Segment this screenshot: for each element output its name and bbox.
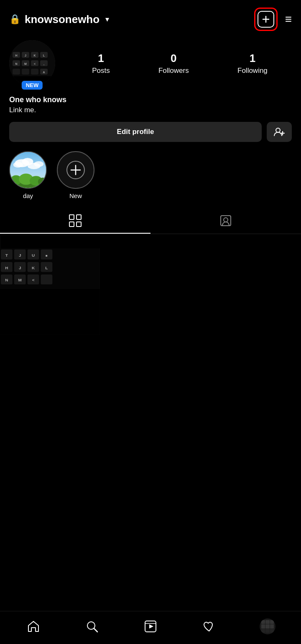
highlights-section: day New bbox=[0, 142, 301, 204]
svg-text:J: J bbox=[19, 265, 21, 270]
bio-text: Link me. bbox=[9, 106, 292, 114]
posts-stat[interactable]: 1 Posts bbox=[92, 52, 110, 75]
lock-icon: 🔒 bbox=[9, 14, 20, 25]
plus-circle-icon bbox=[66, 160, 85, 180]
followers-label: Followers bbox=[158, 67, 189, 75]
new-badge: NEW bbox=[22, 81, 43, 90]
add-person-icon bbox=[274, 127, 285, 137]
chevron-down-icon: ▾ bbox=[105, 15, 109, 24]
highlight-label-new: New bbox=[69, 192, 82, 199]
svg-text:■: ■ bbox=[46, 254, 48, 258]
svg-point-34 bbox=[34, 161, 43, 167]
nav-home[interactable] bbox=[21, 617, 46, 636]
svg-rect-74 bbox=[0, 289, 100, 335]
highlight-label-day: day bbox=[23, 192, 33, 199]
svg-text:M: M bbox=[24, 62, 27, 65]
hamburger-menu-icon[interactable]: ≡ bbox=[285, 13, 292, 25]
svg-rect-20 bbox=[22, 69, 29, 75]
followers-stat[interactable]: 0 Followers bbox=[158, 52, 189, 75]
heart-icon bbox=[202, 620, 216, 633]
nav-profile[interactable] bbox=[255, 617, 280, 636]
tab-tagged[interactable] bbox=[150, 208, 301, 234]
svg-text:<: < bbox=[34, 62, 36, 65]
svg-text:J: J bbox=[25, 54, 26, 57]
nav-activity[interactable] bbox=[196, 617, 222, 636]
svg-rect-45 bbox=[69, 222, 74, 227]
svg-rect-73 bbox=[41, 274, 52, 284]
profile-top-row: H J K L N M < , bbox=[9, 40, 292, 86]
posts-label: Posts bbox=[92, 67, 110, 75]
svg-text:,: , bbox=[43, 62, 44, 66]
svg-rect-21 bbox=[31, 69, 38, 75]
bio-section: One who knows Link me. bbox=[9, 95, 292, 114]
plus-square-icon bbox=[258, 11, 274, 28]
bottom-navigation bbox=[0, 611, 301, 644]
svg-text:N: N bbox=[5, 278, 8, 282]
svg-rect-50 bbox=[1, 236, 100, 248]
profile-avatar-nav bbox=[260, 618, 275, 634]
username-area[interactable]: 🔒 knowsonewho ▾ bbox=[9, 13, 109, 26]
add-friend-button[interactable] bbox=[267, 122, 292, 142]
highlight-item-day[interactable]: day bbox=[9, 151, 47, 199]
svg-text:N: N bbox=[15, 62, 17, 65]
tabs-row bbox=[0, 208, 301, 234]
home-icon bbox=[27, 620, 40, 633]
svg-point-48 bbox=[224, 218, 228, 222]
highlight-circle-day bbox=[9, 151, 47, 189]
bottom-spacer bbox=[0, 335, 301, 385]
highlight-circle-new bbox=[57, 151, 94, 189]
svg-rect-44 bbox=[77, 215, 81, 219]
grid-icon bbox=[69, 214, 82, 227]
svg-line-76 bbox=[94, 629, 97, 632]
nav-search[interactable] bbox=[79, 617, 105, 636]
post-cell-1[interactable]: T J U ■ H J K L N M < bbox=[0, 235, 100, 335]
avatar-wrap: H J K L N M < , bbox=[9, 40, 55, 86]
followers-count: 0 bbox=[171, 52, 176, 65]
avatar: H J K L N M < , bbox=[9, 40, 55, 86]
following-label: Following bbox=[237, 67, 268, 75]
svg-text:L: L bbox=[43, 54, 45, 57]
highlight-item-new[interactable]: New bbox=[57, 151, 94, 199]
add-post-button[interactable] bbox=[254, 8, 278, 31]
svg-marker-78 bbox=[149, 624, 153, 629]
avatar-image: H J K L N M < , bbox=[9, 40, 55, 86]
svg-text:H: H bbox=[15, 54, 17, 57]
svg-text:L: L bbox=[45, 265, 48, 270]
username-label: knowsonewho bbox=[25, 13, 99, 26]
svg-text:J: J bbox=[19, 253, 21, 258]
svg-text:<: < bbox=[32, 278, 35, 282]
posts-count: 1 bbox=[98, 52, 104, 65]
svg-text:K: K bbox=[33, 54, 36, 57]
following-count: 1 bbox=[250, 52, 255, 65]
search-icon bbox=[85, 620, 99, 633]
svg-text:U: U bbox=[32, 253, 35, 258]
svg-text:T: T bbox=[5, 253, 8, 258]
top-navigation: 🔒 knowsonewho ▾ ≡ bbox=[0, 0, 301, 36]
tagged-icon bbox=[219, 214, 232, 227]
display-name: One who knows bbox=[9, 95, 292, 104]
svg-rect-46 bbox=[77, 222, 81, 227]
nav-actions: ≡ bbox=[254, 8, 292, 31]
edit-profile-button[interactable]: Edit profile bbox=[9, 122, 262, 142]
following-stat[interactable]: 1 Following bbox=[237, 52, 268, 75]
nav-reels[interactable] bbox=[138, 617, 163, 636]
svg-rect-43 bbox=[69, 215, 74, 219]
tab-grid[interactable] bbox=[0, 208, 150, 234]
post-image-1: T J U ■ H J K L N M < bbox=[0, 235, 100, 335]
svg-text:A: A bbox=[43, 71, 45, 74]
svg-text:H: H bbox=[5, 265, 8, 270]
posts-grid: T J U ■ H J K L N M < bbox=[0, 235, 301, 335]
reels-icon bbox=[144, 620, 157, 633]
svg-text:M: M bbox=[18, 278, 22, 282]
svg-point-25 bbox=[276, 128, 280, 132]
profile-section: H J K L N M < , bbox=[0, 36, 301, 142]
svg-text:K: K bbox=[32, 265, 35, 270]
stats-row: 1 Posts 0 Followers 1 Following bbox=[68, 52, 292, 75]
highlight-sky-image bbox=[10, 151, 46, 189]
svg-rect-19 bbox=[13, 69, 20, 75]
action-buttons: Edit profile bbox=[9, 122, 292, 142]
svg-point-32 bbox=[13, 162, 23, 167]
